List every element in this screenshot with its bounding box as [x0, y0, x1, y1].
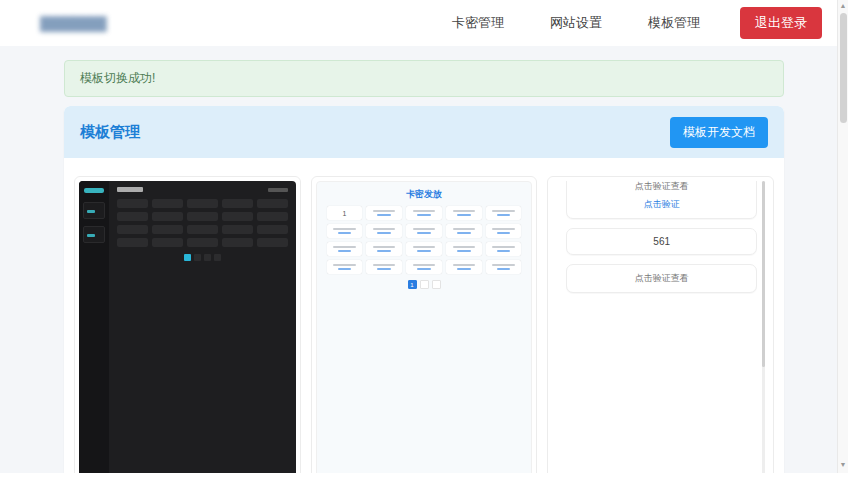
template-card-default: 卡密发放 1 1 默认模板-这个模板有问题，自行开发吧 简洁大方的默认模板，适合…	[311, 176, 538, 473]
preview-grid-cell	[366, 242, 402, 256]
preview-grid-cell	[257, 199, 288, 208]
preview-grid-cell	[117, 199, 148, 208]
preview-button-grid	[117, 199, 288, 247]
window-scrollbar[interactable]: ▲ ▼	[837, 0, 848, 473]
preview-grid-cell	[327, 242, 363, 256]
preview-verify-text: 点击验证查看	[635, 181, 689, 191]
preview-grid-cell	[486, 224, 522, 238]
preview-grid-cell	[222, 199, 253, 208]
scroll-down-arrow-icon[interactable]: ▼	[838, 459, 848, 471]
preview-verify-box: 点击验证查看 点击验证	[566, 181, 757, 219]
preview-grid-cell	[187, 238, 218, 247]
preview-grid-cell	[222, 212, 253, 221]
preview-code-value: 561	[653, 236, 670, 247]
preview-logo-bar	[84, 188, 104, 193]
preview-stat-box	[83, 226, 105, 243]
preview-grid-cell	[187, 212, 218, 221]
preview-grid-cell	[117, 225, 148, 234]
logout-button[interactable]: 退出登录	[740, 7, 822, 39]
card-thumbnail-mobile-verify: 点击验证查看 点击验证 561 点击验证查看	[552, 181, 769, 473]
panel-header: 模板管理 模板开发文档	[64, 106, 784, 158]
preview-header	[117, 187, 288, 192]
preview-grid-cell	[152, 225, 183, 234]
preview-pagination: 1	[327, 280, 522, 289]
top-navbar: ████████ 卡密管理 网站设置 模板管理 退出登录	[0, 0, 848, 46]
preview-page	[214, 254, 221, 261]
card-thumbnail-light-grid: 卡密发放 1 1	[316, 181, 533, 473]
template-card-modern: 现代风格模板 响应式设计，支持PC和移动端，提供现代化的用户界面 版本: 1.0…	[74, 176, 301, 473]
preview-grid-cell	[117, 238, 148, 247]
preview-grid-cell	[446, 242, 482, 256]
preview-page	[194, 254, 201, 261]
preview-grid-cell	[117, 212, 148, 221]
template-card-list: 现代风格模板 响应式设计，支持PC和移动端，提供现代化的用户界面 版本: 1.0…	[64, 158, 784, 473]
site-logo[interactable]: ████████	[40, 16, 106, 31]
preview-grid-cell	[446, 224, 482, 238]
scrollbar-thumb[interactable]	[840, 13, 847, 123]
preview-grid-cell	[187, 225, 218, 234]
preview-scrollbar	[762, 181, 765, 473]
preview-grid-cell	[446, 206, 482, 220]
preview-verify-box: 点击验证查看	[566, 264, 757, 293]
page-title: 模板管理	[80, 123, 140, 142]
preview-grid-cell	[152, 212, 183, 221]
nav-item-template-management[interactable]: 模板管理	[648, 14, 700, 32]
preview-grid-cell	[257, 238, 288, 247]
preview-page	[204, 254, 211, 261]
preview-grid-cell	[222, 225, 253, 234]
preview-grid-cell	[366, 224, 402, 238]
preview-grid-cell	[152, 238, 183, 247]
preview-grid-cell	[187, 199, 218, 208]
preview-pagination	[117, 254, 288, 261]
preview-grid-cell-number: 1	[327, 206, 363, 220]
preview-grid-cell	[152, 199, 183, 208]
preview-page-active: 1	[408, 280, 417, 289]
template-docs-button[interactable]: 模板开发文档	[670, 117, 768, 148]
preview-main	[109, 181, 296, 473]
preview-grid-cell	[406, 206, 442, 220]
preview-grid-cell	[486, 206, 522, 220]
preview-title-bar	[117, 187, 143, 192]
preview-page	[420, 280, 429, 289]
preview-grid-cell	[486, 242, 522, 256]
template-panel: 模板管理 模板开发文档	[64, 106, 784, 473]
preview-grid-cell	[446, 260, 482, 274]
preview-grid-cell	[257, 212, 288, 221]
preview-verify-text: 点击验证查看	[635, 273, 689, 283]
preview-title: 卡密发放	[327, 188, 522, 201]
preview-sidebar	[79, 181, 109, 473]
preview-grid-cell	[366, 260, 402, 274]
preview-code-box: 561	[566, 228, 757, 255]
preview-verify-link: 点击验证	[567, 198, 756, 211]
preview-grid-cell	[406, 224, 442, 238]
preview-grid-cell	[327, 260, 363, 274]
preview-grid-cell	[486, 260, 522, 274]
main-content: 模板切换成功! 模板管理 模板开发文档	[0, 46, 848, 473]
preview-stat-box	[83, 202, 105, 219]
nav-item-card-key-management[interactable]: 卡密管理	[452, 14, 504, 32]
preview-card-grid: 1	[327, 206, 522, 274]
preview-grid-cell	[257, 225, 288, 234]
preview-page	[432, 280, 441, 289]
nav-item-site-settings[interactable]: 网站设置	[550, 14, 602, 32]
success-alert: 模板切换成功!	[64, 60, 784, 97]
template-card-mobile: 点击验证查看 点击验证 561 点击验证查看 移动端专用模板 专为移	[547, 176, 774, 473]
card-thumbnail-dark-dashboard	[79, 181, 296, 473]
preview-grid-cell	[406, 260, 442, 274]
preview-grid-cell	[327, 224, 363, 238]
scroll-up-arrow-icon[interactable]: ▲	[838, 0, 848, 12]
preview-grid-cell	[366, 206, 402, 220]
preview-meta-bar	[268, 188, 288, 192]
preview-page-active	[184, 254, 191, 261]
nav-menu: 卡密管理 网站设置 模板管理	[452, 14, 700, 32]
preview-grid-cell	[222, 238, 253, 247]
preview-grid-cell	[406, 242, 442, 256]
page: ████████ 卡密管理 网站设置 模板管理 退出登录 模板切换成功! 模板管…	[0, 0, 848, 498]
